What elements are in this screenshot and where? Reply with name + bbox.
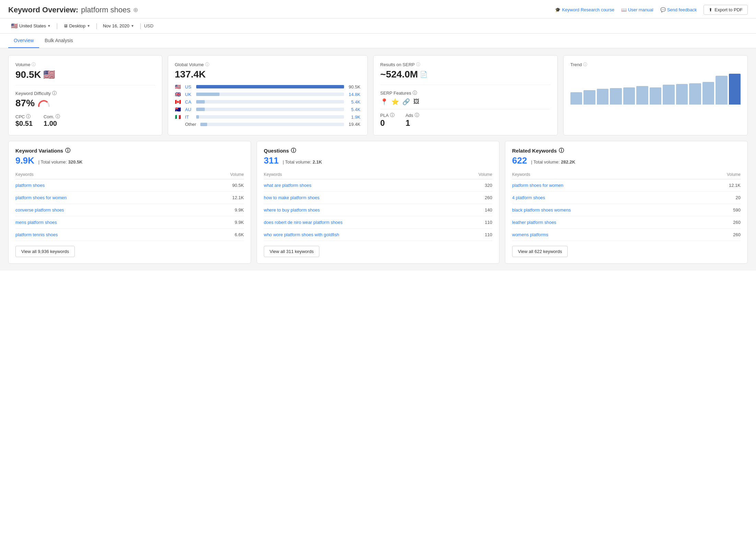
q-keyword-1[interactable]: what are platform shoes — [264, 183, 311, 188]
q-view-all-button[interactable]: View all 311 keywords — [264, 246, 319, 257]
list-item: black platform shoes womens 590 — [512, 204, 741, 216]
q-info-icon[interactable]: ⓘ — [291, 147, 296, 154]
global-volume-info-icon[interactable]: ⓘ — [205, 62, 209, 68]
us-code[interactable]: US — [185, 84, 193, 89]
metrics-row: Volume ⓘ 90.5K 🇺🇸 Keyword Difficulty ⓘ 8… — [8, 55, 748, 135]
list-item: 4 platform shoes 20 — [512, 192, 741, 204]
device-icon: 🖥 — [63, 23, 68, 28]
rk-info-icon[interactable]: ⓘ — [559, 147, 564, 154]
serp-features-icons: 📍 ⭐ 🔗 🖼 — [380, 98, 551, 106]
rk-keyword-2[interactable]: 4 platform shoes — [512, 195, 545, 200]
kv-info-icon[interactable]: ⓘ — [65, 147, 70, 154]
pla-value: 0 — [380, 118, 395, 128]
other-row: Other 19.4K — [175, 122, 361, 127]
rk-table-header: Keywords Volume — [512, 170, 741, 179]
feedback-icon: 💬 — [660, 7, 666, 12]
volume-card: Volume ⓘ 90.5K 🇺🇸 Keyword Difficulty ⓘ 8… — [8, 55, 162, 135]
q-keyword-3[interactable]: where to buy platform shoes — [264, 207, 320, 213]
volume-flag: 🇺🇸 — [43, 69, 55, 80]
device-selector[interactable]: 🖥 Desktop ▼ — [61, 22, 93, 30]
ads-info-icon[interactable]: ⓘ — [415, 112, 419, 118]
cpc-label: CPC ⓘ — [15, 113, 33, 120]
rk-view-all-button[interactable]: View all 622 keywords — [512, 246, 568, 257]
us-flag: 🇺🇸 — [175, 84, 182, 89]
country-row-ca: 🇨🇦 CA 5.4K — [175, 99, 361, 105]
trend-info-icon[interactable]: ⓘ — [583, 62, 587, 68]
serp-label: Results on SERP ⓘ — [380, 62, 551, 68]
rk-keyword-1[interactable]: platform shoes for women — [512, 183, 564, 188]
difficulty-info-icon[interactable]: ⓘ — [52, 90, 57, 96]
trend-bar-3 — [610, 88, 622, 105]
list-item: platform shoes 90.5K — [15, 179, 244, 192]
tab-overview[interactable]: Overview — [8, 34, 39, 48]
rk-count-row: 622 | Total volume: 282.2K — [512, 155, 741, 166]
serp-info-icon[interactable]: ⓘ — [416, 62, 420, 68]
rk-vol-4: 260 — [733, 220, 741, 225]
kv-view-all-button[interactable]: View all 9,936 keywords — [15, 246, 75, 257]
volume-info-icon[interactable]: ⓘ — [32, 62, 36, 68]
ca-code[interactable]: CA — [185, 99, 193, 105]
q-count: 311 — [264, 155, 279, 166]
country-label: United States — [19, 23, 46, 28]
tab-bulk-analysis[interactable]: Bulk Analysis — [39, 34, 78, 48]
trend-label: Trend ⓘ — [570, 62, 741, 68]
country-chevron-icon: ▼ — [47, 24, 51, 28]
country-flag: 🇺🇸 — [11, 23, 18, 29]
rk-keyword-3[interactable]: black platform shoes womens — [512, 207, 571, 213]
uk-code[interactable]: UK — [185, 92, 193, 97]
keyword-research-course-link[interactable]: 🎓 Keyword Research course — [555, 7, 614, 12]
au-code[interactable]: AU — [185, 107, 193, 112]
global-volume-value: 137.4K — [175, 69, 361, 80]
date-label: Nov 16, 2020 — [103, 23, 129, 28]
currency-label: USD — [144, 23, 153, 28]
ca-bar-fill — [196, 100, 205, 104]
it-code[interactable]: IT — [185, 115, 193, 120]
com-value: 1.00 — [44, 120, 60, 128]
other-label: Other — [185, 122, 198, 127]
list-item: who wore platform shoes with goldfish 11… — [264, 229, 492, 241]
header-left: Keyword Overview: platform shoes ⊕ — [8, 5, 138, 14]
kv-count: 9.9K — [15, 155, 34, 166]
q-total: | Total volume: 2.1K — [283, 159, 322, 165]
serp-features-info-icon[interactable]: ⓘ — [413, 90, 417, 96]
q-keyword-5[interactable]: who wore platform shoes with goldfish — [264, 232, 339, 237]
kv-keyword-3[interactable]: converse platform shoes — [15, 207, 64, 213]
kv-col-keywords: Keywords — [15, 172, 34, 177]
kv-vol-4: 9.9K — [235, 220, 244, 225]
volume-divider — [15, 85, 155, 85]
list-item: what are platform shoes 320 — [264, 179, 492, 192]
pla-info-icon[interactable]: ⓘ — [390, 112, 394, 118]
kv-vol-1: 90.5K — [232, 183, 244, 188]
rk-vol-5: 260 — [733, 232, 741, 237]
difficulty-value: 87% — [15, 98, 155, 109]
q-keyword-4[interactable]: does robert de niro wear platform shoes — [264, 220, 343, 225]
add-keyword-icon[interactable]: ⊕ — [133, 6, 138, 14]
serp-card: Results on SERP ⓘ ~524.0M 📄 SERP Feature… — [373, 55, 558, 135]
rk-keyword-4[interactable]: leather platform shoes — [512, 220, 556, 225]
kv-keyword-4[interactable]: mens platform shoes — [15, 220, 57, 225]
trend-bar-1 — [583, 90, 595, 105]
q-keyword-2[interactable]: how to make platform shoes — [264, 195, 320, 200]
related-keywords-card: Related Keywords ⓘ 622 | Total volume: 2… — [505, 141, 748, 264]
cpc-info-icon[interactable]: ⓘ — [26, 113, 31, 120]
export-to-pdf-button[interactable]: ⬆ Export to PDF — [704, 5, 748, 15]
rk-keyword-5[interactable]: womens platforms — [512, 232, 548, 237]
kv-keyword-1[interactable]: platform shoes — [15, 183, 45, 188]
date-selector[interactable]: Nov 16, 2020 ▼ — [100, 22, 137, 30]
questions-title: Questions ⓘ — [264, 147, 492, 154]
rk-rows: platform shoes for women 12.1K 4 platfor… — [512, 179, 741, 241]
kv-keyword-5[interactable]: platform tennis shoes — [15, 232, 58, 237]
user-manual-link[interactable]: 📖 User manual — [621, 7, 653, 12]
q-table-header: Keywords Volume — [264, 170, 492, 179]
au-bar-container — [196, 108, 344, 111]
kv-keyword-2[interactable]: platform shoes for women — [15, 195, 67, 200]
trend-card: Trend ⓘ — [563, 55, 748, 135]
country-selector[interactable]: 🇺🇸 United States ▼ — [8, 21, 54, 31]
com-info-icon[interactable]: ⓘ — [56, 113, 60, 120]
global-volume-card: Global Volume ⓘ 137.4K 🇺🇸 US 90.5K — [168, 55, 368, 135]
serp-document-icon: 📄 — [420, 71, 427, 78]
com-block: Com. ⓘ 1.00 — [44, 113, 60, 128]
q-rows: what are platform shoes 320 how to make … — [264, 179, 492, 241]
list-item: platform tennis shoes 6.6K — [15, 229, 244, 241]
send-feedback-link[interactable]: 💬 Send feedback — [660, 7, 697, 12]
